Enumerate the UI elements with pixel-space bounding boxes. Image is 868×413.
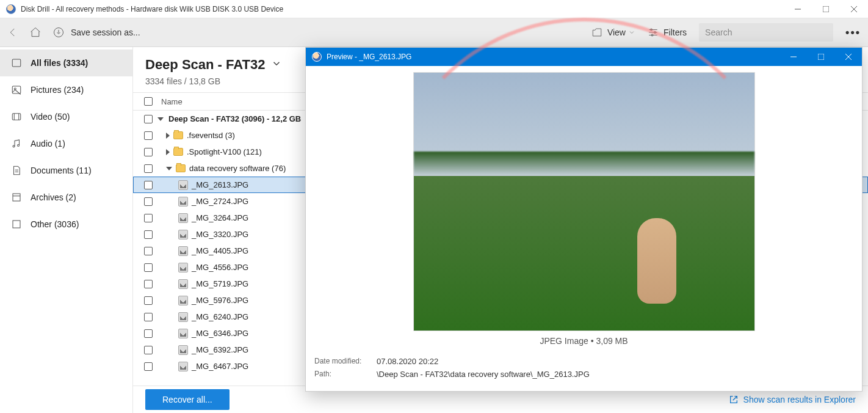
preview-maximize[interactable] bbox=[807, 48, 834, 66]
expand-icon[interactable] bbox=[166, 167, 172, 170]
svg-rect-14 bbox=[12, 114, 21, 120]
row-checkbox[interactable] bbox=[144, 230, 153, 239]
row-label: _MG_4405.JPG bbox=[188, 246, 248, 255]
expand-icon[interactable] bbox=[166, 133, 170, 139]
preview-window: Preview - _MG_2613.JPG JPEG Image • 3,09… bbox=[305, 47, 863, 392]
sidebar-other[interactable]: Other (3036) bbox=[0, 211, 132, 238]
app-icon bbox=[312, 52, 322, 62]
sidebar-archives[interactable]: Archives (2) bbox=[0, 184, 132, 211]
row-label: data recovery software (76) bbox=[186, 164, 286, 173]
image-file-icon bbox=[178, 180, 188, 190]
svg-rect-12 bbox=[12, 86, 21, 93]
image-file-icon bbox=[178, 312, 188, 322]
window-title: Disk Drill - All recovery methods - Hard… bbox=[21, 5, 784, 13]
row-checkbox[interactable] bbox=[144, 148, 153, 156]
image-file-icon bbox=[178, 197, 188, 206]
sidebar-video[interactable]: Video (50) bbox=[0, 103, 132, 130]
image-file-icon bbox=[178, 213, 188, 223]
image-file-icon bbox=[178, 345, 188, 355]
sidebar-all-files[interactable]: All files (3334) bbox=[0, 49, 132, 76]
preview-title: Preview - _MG_2613.JPG bbox=[327, 53, 411, 61]
sidebar-documents[interactable]: Documents (11) bbox=[0, 157, 132, 184]
folder-icon bbox=[173, 148, 183, 156]
row-label: _MG_3264.JPG bbox=[188, 213, 248, 222]
row-checkbox[interactable] bbox=[144, 346, 153, 354]
row-checkbox[interactable] bbox=[144, 247, 153, 255]
row-checkbox[interactable] bbox=[144, 131, 153, 140]
back-button[interactable] bbox=[7, 27, 18, 38]
image-file-icon bbox=[178, 362, 188, 371]
image-file-icon bbox=[178, 296, 188, 305]
window-maximize[interactable] bbox=[812, 0, 840, 18]
home-button[interactable] bbox=[29, 26, 42, 38]
sidebar-audio[interactable]: Audio (1) bbox=[0, 130, 132, 157]
select-all-checkbox[interactable] bbox=[144, 97, 153, 106]
modified-value: 07.08.2020 20:22 bbox=[377, 357, 438, 366]
row-label: _MG_6392.JPG bbox=[188, 345, 248, 354]
row-label: _MG_6467.JPG bbox=[188, 362, 248, 371]
row-checkbox[interactable] bbox=[144, 313, 153, 321]
show-in-explorer-link[interactable]: Show scan results in Explorer bbox=[729, 395, 856, 404]
row-checkbox[interactable] bbox=[144, 115, 153, 123]
row-label: _MG_5719.JPG bbox=[188, 279, 248, 288]
expand-icon[interactable] bbox=[166, 149, 170, 155]
row-label: _MG_6346.JPG bbox=[188, 329, 248, 338]
folder-icon bbox=[176, 164, 186, 172]
row-checkbox[interactable] bbox=[144, 214, 153, 222]
column-name[interactable]: Name bbox=[157, 97, 183, 106]
row-label: .fseventsd (3) bbox=[183, 131, 235, 140]
scan-title: Deep Scan - FAT32 bbox=[145, 57, 265, 73]
row-label: _MG_6240.JPG bbox=[188, 312, 248, 321]
svg-rect-1 bbox=[823, 6, 829, 12]
row-checkbox[interactable] bbox=[144, 181, 153, 189]
preview-close[interactable] bbox=[834, 48, 862, 66]
svg-point-18 bbox=[18, 145, 20, 147]
row-label: _MG_5976.JPG bbox=[188, 296, 248, 305]
row-checkbox[interactable] bbox=[144, 164, 153, 173]
path-label: Path: bbox=[314, 370, 366, 379]
expand-icon[interactable] bbox=[157, 117, 164, 121]
app-icon bbox=[6, 4, 16, 14]
window-minimize[interactable] bbox=[784, 0, 812, 18]
modified-label: Date modified: bbox=[314, 357, 366, 366]
row-label: Deep Scan - FAT32 (3096) - 12,2 GB bbox=[165, 114, 301, 123]
svg-rect-25 bbox=[818, 54, 824, 60]
search-input[interactable]: Search bbox=[699, 23, 833, 42]
svg-rect-21 bbox=[13, 194, 20, 201]
toolbar: Save session as... View Filters Search •… bbox=[0, 18, 868, 47]
row-label: _MG_2613.JPG bbox=[188, 180, 248, 189]
window-titlebar: Disk Drill - All recovery methods - Hard… bbox=[0, 0, 868, 18]
image-file-icon bbox=[178, 279, 188, 289]
more-button[interactable]: ••• bbox=[845, 26, 861, 39]
svg-rect-23 bbox=[13, 221, 20, 228]
recover-button[interactable]: Recover all... bbox=[145, 389, 230, 410]
image-file-icon bbox=[178, 230, 188, 239]
svg-rect-11 bbox=[12, 59, 21, 67]
preview-minimize[interactable] bbox=[779, 48, 807, 66]
row-checkbox[interactable] bbox=[144, 280, 153, 288]
row-checkbox[interactable] bbox=[144, 197, 153, 206]
row-checkbox[interactable] bbox=[144, 362, 153, 371]
row-label: _MG_4556.JPG bbox=[188, 263, 248, 272]
save-session-button[interactable]: Save session as... bbox=[52, 26, 140, 38]
row-checkbox[interactable] bbox=[144, 329, 153, 338]
row-checkbox[interactable] bbox=[144, 296, 153, 305]
row-label: _MG_3320.JPG bbox=[188, 230, 248, 239]
preview-image bbox=[413, 72, 755, 331]
image-file-icon bbox=[178, 246, 188, 256]
row-checkbox[interactable] bbox=[144, 263, 153, 272]
category-sidebar: All files (3334) Pictures (234) Video (5… bbox=[0, 47, 133, 413]
image-file-icon bbox=[178, 263, 188, 272]
chevron-down-icon[interactable] bbox=[271, 58, 282, 71]
sidebar-pictures[interactable]: Pictures (234) bbox=[0, 76, 132, 103]
save-session-label: Save session as... bbox=[71, 27, 140, 37]
folder-icon bbox=[173, 131, 183, 139]
svg-point-17 bbox=[13, 145, 15, 147]
image-file-icon bbox=[178, 329, 188, 338]
window-close[interactable] bbox=[840, 0, 868, 18]
row-label: _MG_2724.JPG bbox=[188, 197, 248, 206]
row-label: .Spotlight-V100 (121) bbox=[183, 147, 262, 156]
